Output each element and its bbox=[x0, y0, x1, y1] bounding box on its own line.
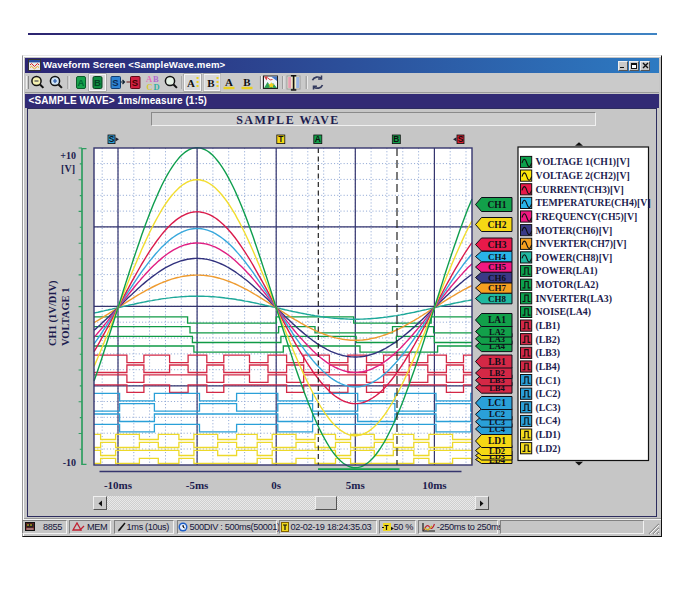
svg-text:TEMPERATURE(CH4)[V]: TEMPERATURE(CH4)[V] bbox=[536, 197, 651, 209]
svg-text:POWER(CH8)[V]: POWER(CH8)[V] bbox=[536, 252, 613, 264]
svg-text:POWER(LA1): POWER(LA1) bbox=[536, 265, 598, 277]
svg-text:(LC1): (LC1) bbox=[536, 375, 561, 387]
svg-text:-5ms: -5ms bbox=[186, 479, 209, 491]
svg-text:(LD2): (LD2) bbox=[536, 443, 561, 455]
svg-text:CH6: CH6 bbox=[488, 273, 507, 283]
svg-text:CH1: CH1 bbox=[488, 200, 507, 210]
svg-text:VOLTAGE 2(CH2)[V]: VOLTAGE 2(CH2)[V] bbox=[536, 170, 630, 182]
svg-text:(LD1): (LD1) bbox=[536, 429, 561, 441]
svg-text:CH2: CH2 bbox=[488, 220, 507, 230]
svg-text:0s: 0s bbox=[271, 479, 282, 491]
svg-text:(LB4): (LB4) bbox=[536, 361, 561, 373]
svg-text:CURRENT(CH3)[V]: CURRENT(CH3)[V] bbox=[536, 184, 624, 196]
svg-text:CH1 (1V/DIV): CH1 (1V/DIV) bbox=[47, 280, 59, 346]
svg-text:[V]: [V] bbox=[61, 163, 75, 174]
svg-text:VOLTAGE 1: VOLTAGE 1 bbox=[60, 288, 71, 346]
svg-text:LB1: LB1 bbox=[488, 357, 506, 367]
svg-text:T: T bbox=[278, 134, 284, 144]
svg-text:LC2: LC2 bbox=[489, 409, 505, 419]
svg-text:CH4: CH4 bbox=[488, 252, 507, 262]
svg-text:LD1: LD1 bbox=[488, 436, 506, 446]
svg-text:S: S bbox=[109, 134, 115, 144]
svg-text:(LB1): (LB1) bbox=[536, 320, 561, 332]
svg-text:(LB3): (LB3) bbox=[536, 347, 561, 359]
svg-text:(LC2): (LC2) bbox=[536, 388, 561, 400]
svg-text:INVERTER(CH7)[V]: INVERTER(CH7)[V] bbox=[536, 238, 627, 250]
svg-text:S: S bbox=[458, 134, 464, 144]
svg-text:LA2: LA2 bbox=[489, 327, 505, 337]
svg-text:INVERTER(LA3): INVERTER(LA3) bbox=[536, 293, 612, 305]
svg-text:FREQUENCY(CH5)[V]: FREQUENCY(CH5)[V] bbox=[536, 211, 638, 223]
svg-text:CH8: CH8 bbox=[488, 294, 507, 304]
svg-text:(LC3): (LC3) bbox=[536, 402, 561, 414]
svg-text:NOISE(LA4): NOISE(LA4) bbox=[536, 306, 592, 318]
svg-text:-10: -10 bbox=[63, 457, 76, 468]
svg-text:MOTER(CH6)[V]: MOTER(CH6)[V] bbox=[536, 225, 613, 237]
svg-text:(LB2): (LB2) bbox=[536, 334, 561, 346]
svg-text:CH5: CH5 bbox=[488, 262, 507, 272]
svg-text:10ms: 10ms bbox=[422, 479, 447, 491]
svg-text:-10ms: -10ms bbox=[104, 479, 133, 491]
svg-text:A: A bbox=[315, 134, 321, 144]
svg-text:LC1: LC1 bbox=[488, 398, 506, 408]
svg-text:LA1: LA1 bbox=[488, 315, 506, 325]
svg-text:(LC4): (LC4) bbox=[536, 415, 561, 427]
svg-text:LB2: LB2 bbox=[489, 368, 505, 378]
svg-text:B: B bbox=[393, 134, 399, 144]
svg-text:VOLTAGE 1(CH1)[V]: VOLTAGE 1(CH1)[V] bbox=[536, 156, 630, 168]
svg-text:+10: +10 bbox=[60, 150, 76, 161]
svg-text:5ms: 5ms bbox=[346, 479, 366, 491]
svg-text:MOTOR(LA2): MOTOR(LA2) bbox=[536, 279, 599, 291]
svg-text:CH7: CH7 bbox=[488, 283, 507, 293]
svg-text:CH3: CH3 bbox=[488, 240, 507, 250]
